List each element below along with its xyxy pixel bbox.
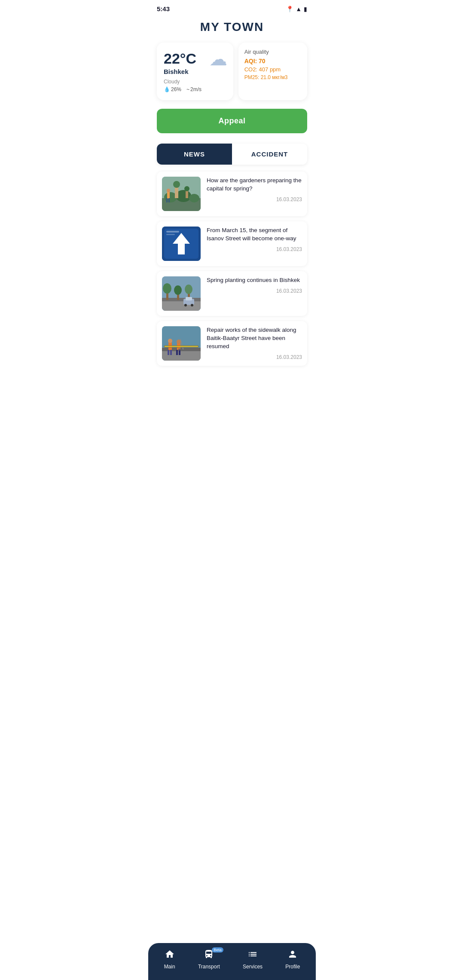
wind-icon: ~ [186, 86, 189, 92]
news-content-1: How are the gardeners preparing the capi… [207, 177, 302, 202]
home-icon [165, 949, 175, 962]
news-title-4: Repair works of the sidewalk along Baiti… [207, 326, 302, 351]
svg-rect-17 [166, 234, 175, 235]
air-pm25: PM25: 21.0 мкг/м3 [244, 74, 301, 80]
services-icon [247, 949, 258, 962]
svg-point-29 [184, 304, 187, 306]
svg-rect-16 [166, 231, 179, 233]
tab-news[interactable]: NEWS [157, 144, 232, 165]
battery-icon: ▮ [304, 6, 307, 12]
air-aqi: AQI: 70 [244, 58, 301, 64]
news-date-1: 16.03.2023 [207, 196, 302, 202]
app-title: MY TOWN [157, 20, 307, 34]
air-co2: CO2: 407 ppm [244, 66, 301, 73]
news-content-2: From March 15, the segment of Isanov Str… [207, 227, 302, 252]
news-title-2: From March 15, the segment of Isanov Str… [207, 227, 302, 243]
news-item-3[interactable]: Spring planting continues in Bishkek 16.… [157, 271, 307, 316]
svg-rect-44 [164, 346, 198, 347]
svg-point-26 [185, 285, 192, 294]
bottom-navigation: Main Transport Beta Services Profile [148, 943, 316, 980]
nav-item-services[interactable]: Services [243, 949, 263, 970]
svg-point-24 [174, 285, 182, 295]
news-thumbnail-4 [162, 326, 201, 361]
appeal-button[interactable]: Appeal [157, 109, 307, 133]
weather-stats: 💧 26% ~ 2m/s [164, 86, 226, 92]
svg-rect-43 [178, 349, 183, 350]
news-item-4[interactable]: Repair works of the sidewalk along Baiti… [157, 321, 307, 366]
svg-point-39 [177, 340, 181, 344]
svg-point-4 [189, 194, 199, 202]
humidity-icon: 💧 [164, 86, 170, 92]
status-bar: 5:43 📍 ▲ ▮ [148, 0, 316, 16]
news-date-2: 16.03.2023 [207, 246, 302, 252]
tab-accident[interactable]: ACCIDENT [232, 144, 307, 165]
svg-rect-11 [166, 198, 168, 202]
status-icons: 📍 ▲ ▮ [286, 6, 307, 12]
status-time: 5:43 [157, 5, 170, 12]
news-thumbnail-3 [162, 276, 201, 311]
news-title-1: How are the gardeners preparing the capi… [207, 177, 302, 193]
news-list: How are the gardeners preparing the capi… [148, 172, 316, 366]
news-date-3: 16.03.2023 [207, 288, 302, 294]
svg-rect-28 [186, 297, 192, 300]
svg-rect-41 [179, 350, 180, 355]
svg-rect-12 [168, 198, 170, 202]
news-content-3: Spring planting continues in Bishkek 16.… [207, 276, 302, 294]
svg-point-22 [163, 283, 171, 294]
svg-point-6 [173, 181, 180, 188]
news-item-1[interactable]: How are the gardeners preparing the capi… [157, 172, 307, 216]
svg-point-30 [191, 304, 193, 306]
svg-rect-19 [162, 300, 201, 311]
svg-rect-36 [168, 350, 169, 355]
nav-item-main[interactable]: Main [164, 949, 175, 970]
app-header: MY TOWN [148, 16, 316, 43]
news-item-2[interactable]: From March 15, the segment of Isanov Str… [157, 221, 307, 266]
svg-point-10 [167, 189, 170, 192]
transport-beta-badge: Beta [212, 947, 223, 952]
svg-point-8 [184, 186, 189, 191]
air-quality-card: Air quality AQI: 70 CO2: 407 ppm PM25: 2… [238, 43, 307, 100]
weather-condition: Cloudy [164, 79, 226, 85]
nav-item-transport[interactable]: Transport Beta [198, 949, 220, 970]
content-tabs: NEWS ACCIDENT [157, 144, 307, 165]
nav-label-main: Main [164, 964, 175, 970]
weather-humidity: 💧 26% [164, 86, 181, 92]
news-thumbnail-2 [162, 227, 201, 261]
news-content-4: Repair works of the sidewalk along Baiti… [207, 326, 302, 360]
air-quality-title: Air quality [244, 49, 301, 55]
nav-label-services: Services [243, 964, 263, 970]
info-cards-row: ☁ 22°C Bishkek Cloudy 💧 26% ~ 2m/s Air q… [148, 43, 316, 109]
nav-item-profile[interactable]: Profile [285, 949, 300, 970]
news-date-4: 16.03.2023 [207, 354, 302, 360]
profile-icon [287, 949, 298, 962]
weather-wind: ~ 2m/s [186, 86, 201, 92]
nav-label-transport: Transport [198, 964, 220, 970]
svg-rect-40 [176, 350, 178, 355]
news-title-3: Spring planting continues in Bishkek [207, 276, 302, 285]
news-thumbnail-1 [162, 177, 201, 211]
svg-rect-9 [167, 192, 170, 199]
svg-point-35 [168, 339, 172, 343]
cloud-icon: ☁ [209, 49, 227, 70]
weather-card: ☁ 22°C Bishkek Cloudy 💧 26% ~ 2m/s [157, 43, 233, 100]
wifi-icon: ▲ [296, 6, 302, 12]
svg-rect-37 [170, 350, 172, 355]
nav-label-profile: Profile [285, 964, 300, 970]
location-icon: 📍 [286, 6, 293, 12]
